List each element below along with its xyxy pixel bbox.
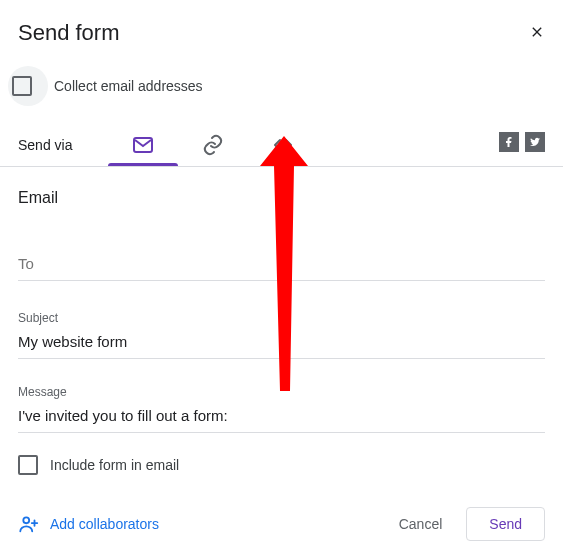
twitter-icon bbox=[529, 136, 541, 148]
subject-input[interactable] bbox=[18, 329, 545, 359]
message-input[interactable] bbox=[18, 403, 545, 433]
footer-actions: Cancel Send bbox=[387, 507, 545, 541]
collect-email-checkbox[interactable] bbox=[12, 76, 32, 96]
tab-email[interactable] bbox=[108, 124, 178, 166]
cancel-button[interactable]: Cancel bbox=[387, 508, 455, 540]
include-form-checkbox[interactable] bbox=[18, 455, 38, 475]
close-icon bbox=[529, 24, 545, 40]
social-share bbox=[499, 132, 545, 158]
send-form-dialog: Send form Collect email addresses Send v… bbox=[0, 0, 563, 544]
email-icon bbox=[131, 133, 155, 157]
include-form-row: Include form in email bbox=[0, 437, 563, 485]
message-field: Message bbox=[0, 363, 563, 437]
dialog-header: Send form bbox=[0, 0, 563, 56]
dialog-footer: Add collaborators Cancel Send bbox=[0, 485, 563, 544]
facebook-share-button[interactable] bbox=[499, 132, 519, 152]
tab-link[interactable] bbox=[178, 124, 248, 166]
close-button[interactable] bbox=[525, 20, 549, 44]
collect-email-label: Collect email addresses bbox=[54, 78, 203, 94]
embed-icon bbox=[271, 133, 295, 157]
subject-label: Subject bbox=[18, 311, 545, 325]
dialog-title: Send form bbox=[18, 20, 545, 46]
to-field bbox=[0, 217, 563, 285]
subject-field: Subject bbox=[0, 285, 563, 363]
checkbox-shell bbox=[8, 66, 48, 106]
send-via-tabs: Send via bbox=[0, 120, 563, 167]
twitter-share-button[interactable] bbox=[525, 132, 545, 152]
tab-embed[interactable] bbox=[248, 124, 318, 166]
collect-email-row: Collect email addresses bbox=[0, 56, 563, 120]
send-button[interactable]: Send bbox=[466, 507, 545, 541]
include-form-label: Include form in email bbox=[50, 457, 179, 473]
message-label: Message bbox=[18, 385, 545, 399]
to-input[interactable] bbox=[18, 247, 545, 281]
email-section-heading: Email bbox=[0, 167, 563, 217]
add-person-icon bbox=[18, 513, 40, 535]
add-collaborators-label: Add collaborators bbox=[50, 516, 159, 532]
send-via-label: Send via bbox=[18, 137, 72, 153]
facebook-icon bbox=[503, 136, 515, 148]
add-collaborators-button[interactable]: Add collaborators bbox=[18, 513, 159, 535]
link-icon bbox=[201, 133, 225, 157]
svg-point-1 bbox=[23, 517, 29, 523]
